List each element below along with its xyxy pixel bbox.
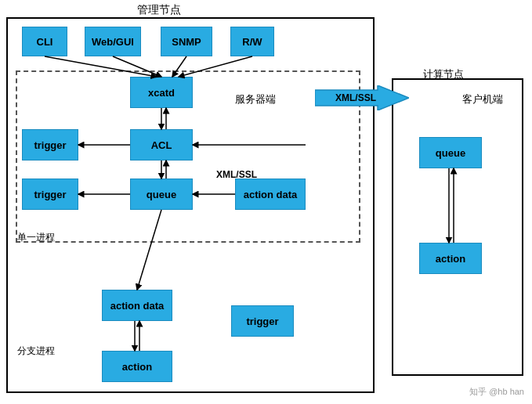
xcatd-box: xcatd (130, 77, 193, 108)
action1-box: action (102, 351, 172, 382)
snmp-box: SNMP (161, 27, 212, 56)
rw-box: R/W (230, 27, 274, 56)
client-side-label: 客户机端 (462, 92, 503, 106)
webgui-box: Web/GUI (85, 27, 141, 56)
xml-ssl-arrow: XML/SSL (315, 85, 409, 110)
cli-box: CLI (22, 27, 67, 56)
acl-box: ACL (130, 129, 193, 161)
compute-node-label: 计算节点 (423, 67, 464, 81)
trigger2-box: trigger (22, 179, 78, 210)
action-data2-box: action data (102, 290, 172, 321)
watermark: 知乎 @hb han (469, 386, 524, 398)
diagram: 管理节点 单一进程 分支进程 CLI Web/GUI SNMP R/W xcat… (0, 0, 532, 404)
trigger3-box: trigger (231, 305, 294, 337)
queue2-box: queue (419, 137, 482, 168)
management-node-label: 管理节点 (137, 3, 181, 17)
branch-process-label: 分支进程 (17, 344, 55, 358)
xml-ssl-2-label: XML/SSL (216, 169, 257, 180)
trigger1-box: trigger (22, 129, 78, 161)
queue1-box: queue (130, 179, 193, 210)
action2-box: action (419, 243, 482, 274)
compute-node-border (392, 78, 523, 376)
action-data1-box: action data (235, 179, 306, 210)
server-side-label: 服务器端 (235, 92, 276, 106)
single-process-label: 单一进程 (17, 231, 55, 244)
xml-ssl-arrow-svg: XML/SSL (315, 85, 409, 110)
xml-ssl-1-text: XML/SSL (335, 92, 376, 103)
